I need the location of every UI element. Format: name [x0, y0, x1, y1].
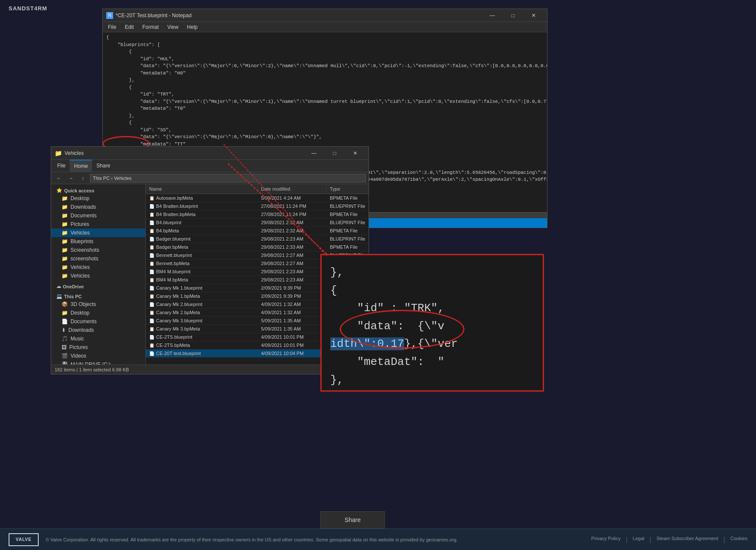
footer-link-cookies[interactable]: Cookies: [730, 536, 747, 544]
file-cell-date: 5/09/2021 1:35 AM: [258, 325, 326, 333]
notepad-menu-file[interactable]: File: [104, 23, 120, 31]
vehicles2-icon: 📁: [61, 264, 68, 270]
notepad-titlebar: N *CE-20T Test.blueprint - Notepad — □ ✕: [103, 9, 547, 22]
nav-up-button[interactable]: ↑: [78, 173, 88, 183]
file-row[interactable]: 📄 Badger.blueprint 29/08/2021 2:23 AM BL…: [146, 235, 369, 243]
sidebar-item-pictures2[interactable]: 🖼Pictures: [51, 343, 145, 352]
music-icon: 🎵: [61, 336, 68, 342]
zoom-highlighted-text: idth\":0.17: [330, 337, 404, 350]
file-cell-date: 29/08/2021 2:23 AM: [258, 276, 326, 284]
sidebar-item-music[interactable]: 🎵Music: [51, 334, 145, 343]
col-name[interactable]: Name: [146, 185, 258, 193]
file-cell-name: 📋 B4 Bratten.bpMeta: [146, 210, 258, 218]
file-type-icon: 📋: [149, 212, 154, 217]
sidebar-item-vehicles2[interactable]: 📁Vehicles: [51, 263, 145, 272]
file-row[interactable]: 📋 Badger.bpMeta 29/08/2021 2:33 AM BPMET…: [146, 243, 369, 251]
file-cell-name: 📄 CE-20T test.blueprint: [146, 349, 258, 357]
file-row[interactable]: 📄 B4.blueprint 29/08/2021 2:32 AM BLUEPR…: [146, 219, 369, 227]
nav-back-button[interactable]: ←: [54, 173, 64, 183]
file-list-header: Name Date modified Type Size: [146, 184, 369, 194]
sidebar-item-screenshots1[interactable]: 📁Screenshots: [51, 246, 145, 254]
username-label: SANDST4RM: [9, 5, 47, 12]
notepad-menu-view[interactable]: View: [164, 23, 182, 31]
sidebar-item-3dobjects[interactable]: 📦3D Objects: [51, 300, 145, 309]
sidebar-item-screenshots2[interactable]: 📁screenshots: [51, 254, 145, 263]
sidebar-item-desktop[interactable]: 📁Desktop: [51, 194, 145, 203]
nav-forward-button[interactable]: →: [66, 173, 76, 183]
notepad-maximize-button[interactable]: □: [503, 9, 523, 22]
col-type[interactable]: Type: [326, 185, 369, 193]
explorer-maximize-button[interactable]: □: [325, 147, 344, 160]
file-cell-name: 📋 Badger.bpMeta: [146, 243, 258, 251]
file-row[interactable]: 📋 B4 Bratten.bpMeta 27/08/2021 11:24 PM …: [146, 210, 369, 219]
address-bar[interactable]: This PC › Vehicles: [90, 174, 366, 182]
file-type-icon: 📋: [149, 229, 154, 233]
footer: VALVE © Valve Corporation. All rights re…: [0, 528, 756, 550]
footer-link-legal[interactable]: Legal: [633, 536, 644, 544]
sidebar-item-maindrive[interactable]: 💾MAIN DRIVE (C:): [51, 360, 145, 365]
sidebar-thispc-header[interactable]: 💻 This PC: [51, 292, 145, 300]
explorer-close-button[interactable]: ✕: [345, 147, 365, 160]
file-cell-name: 📄 Badger.blueprint: [146, 235, 258, 243]
file-cell-type: BLUEPRINT File: [326, 235, 369, 243]
file-type-icon: 📋: [149, 343, 154, 348]
ribbon-tab-home[interactable]: Home: [70, 160, 92, 172]
file-cell-date: 2/09/2021 9:39 PM: [258, 284, 326, 292]
sidebar-item-documents[interactable]: 📁Documents: [51, 211, 145, 220]
file-type-icon: 📋: [149, 310, 154, 315]
file-type-icon: 📄: [149, 237, 154, 241]
sidebar-item-downloads-qa[interactable]: 📁Downloads: [51, 203, 145, 211]
vehicles-qa-icon: 📁: [61, 230, 68, 236]
sidebar-item-desktop2[interactable]: 📁Desktop: [51, 309, 145, 317]
vehicles3-icon: 📁: [61, 273, 68, 279]
sidebar-item-pictures[interactable]: 📁Pictures: [51, 220, 145, 229]
blueprints-icon: 📁: [61, 238, 68, 244]
file-row[interactable]: 📋 B4.bpMeta 29/08/2021 2:32 AM BPMETA Fi…: [146, 227, 369, 235]
notepad-menu-help[interactable]: Help: [184, 23, 201, 31]
file-cell-date: 5/09/2021 4:24 AM: [258, 194, 326, 202]
quick-access-label: Quick access: [64, 188, 94, 193]
file-cell-name: 📄 B4 Bratten.blueprint: [146, 202, 258, 210]
file-cell-name: 📄 BM4 M.blueprint: [146, 268, 258, 275]
explorer-minimize-button[interactable]: —: [304, 147, 324, 160]
file-cell-date: 29/08/2021 2:32 AM: [258, 227, 326, 235]
file-cell-date: 29/08/2021 2:33 AM: [258, 243, 326, 251]
valve-logo-container: VALVE: [9, 533, 39, 546]
file-cell-name: 📋 B4.bpMeta: [146, 227, 258, 235]
file-type-icon: 📋: [149, 261, 154, 266]
sidebar-item-vehicles-qa[interactable]: 📁 Vehicles: [51, 229, 145, 237]
notepad-close-button[interactable]: ✕: [524, 9, 544, 22]
maindrive-icon: 💾: [61, 362, 68, 365]
file-cell-date: 29/08/2021 2:32 AM: [258, 219, 326, 226]
footer-link-privacy[interactable]: Privacy Policy: [591, 536, 621, 544]
notepad-minimize-button[interactable]: —: [482, 9, 502, 22]
file-cell-date: 29/08/2021 2:23 AM: [258, 268, 326, 275]
file-cell-name: 📋 Bennett.bpMeta: [146, 260, 258, 267]
videos-icon: 🎬: [61, 353, 68, 359]
screenshots1-icon: 📁: [61, 247, 68, 253]
file-cell-name: 📄 Canary Mk 3.blueprint: [146, 317, 258, 324]
file-cell-date: 2/09/2021 9:39 PM: [258, 292, 326, 300]
address-bar-path: This PC › Vehicles: [93, 176, 132, 181]
col-date[interactable]: Date modified: [258, 185, 326, 193]
sidebar-thispc-section: 💻 This PC 📦3D Objects 📁Desktop 📄Document…: [51, 292, 145, 365]
file-row[interactable]: 📋 Autosave.bpMeta 5/09/2021 4:24 AM BPME…: [146, 194, 369, 202]
sidebar-item-videos[interactable]: 🎬Videos: [51, 352, 145, 360]
file-row[interactable]: 📄 B4 Bratten.blueprint 27/08/2021 11:24 …: [146, 202, 369, 210]
file-type-icon: 📄: [149, 269, 154, 274]
notepad-menu-format[interactable]: Format: [139, 23, 162, 31]
ribbon-tab-share[interactable]: Share: [92, 160, 114, 172]
sidebar-item-documents2[interactable]: 📄Documents: [51, 317, 145, 326]
ribbon-tab-file[interactable]: File: [53, 160, 70, 172]
sidebar-onedrive-header[interactable]: ☁ OneDrive: [51, 282, 145, 290]
sidebar-item-downloads[interactable]: ⬇Downloads: [51, 326, 145, 334]
sidebar-item-blueprints[interactable]: 📁Blueprints: [51, 237, 145, 246]
sidebar-onedrive-section: ☁ OneDrive: [51, 282, 145, 290]
notepad-menu-edit[interactable]: Edit: [121, 23, 137, 31]
sidebar-item-vehicles3[interactable]: 📁Vehicles: [51, 272, 145, 280]
footer-link-steam-subscriber[interactable]: Steam Subscriber Agreement: [656, 536, 718, 544]
file-cell-name: 📋 CE-2TS.bpMeta: [146, 341, 258, 349]
file-cell-name: 📋 Canary Mk 2.bpMeta: [146, 309, 258, 316]
3dobjects-icon: 📦: [61, 301, 68, 307]
explorer-titlebar: 📁 Vehicles — □ ✕: [51, 147, 369, 160]
